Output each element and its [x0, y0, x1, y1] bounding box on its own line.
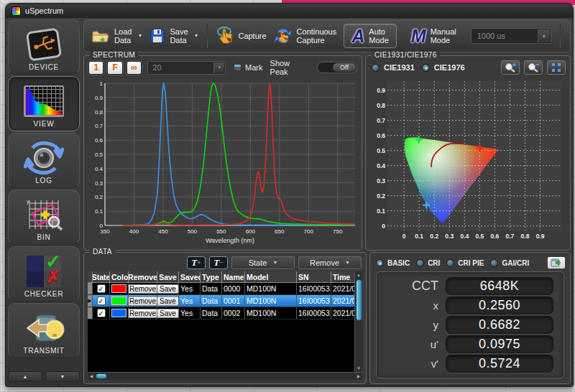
vertical-scroll-thumb[interactable] [356, 279, 362, 321]
data-table-body: ✓RemoveSaveYesData0000MD100N16I000532021… [88, 283, 355, 319]
svg-text:0.4: 0.4 [377, 162, 385, 169]
svg-text:0.2: 0.2 [95, 194, 104, 200]
row-selector [88, 307, 93, 319]
tab-cri-pie-radio[interactable] [446, 259, 454, 267]
cie-chromaticity-chart: 00.10.20.30.40.50.60.70.80.900.10.20.30.… [369, 78, 567, 247]
usb-device-icon [22, 27, 66, 62]
row-selector [88, 283, 93, 294]
state-checkbox[interactable]: ✓ [97, 309, 106, 317]
zoom-out-button[interactable] [524, 60, 543, 75]
column-header: SN [297, 271, 331, 283]
table-cell: 2021/01/28_ [331, 295, 355, 307]
state-dropdown-button[interactable]: State ▼ [231, 256, 295, 269]
save-data-button[interactable]: SaveData ▼ [150, 27, 198, 45]
table-cell: 16I00053 [297, 295, 331, 307]
scroll-down-icon[interactable]: ▼ [355, 365, 362, 372]
scroll-left-icon[interactable]: ◀ [88, 373, 95, 380]
remove-button[interactable]: Remove [129, 309, 157, 318]
sidebar-item-device[interactable]: DEVICE [8, 19, 80, 75]
title-bar[interactable]: uSpectrum [6, 4, 573, 18]
horizontal-scroll-thumb[interactable] [96, 373, 107, 379]
cie-panel-title: CIE1931/CIE1976 [372, 51, 440, 59]
sidebar-item-transmit[interactable]: TRANSMIT [8, 303, 80, 358]
table-cell: MD100N [245, 283, 297, 294]
table-cell: Save [157, 307, 179, 319]
table-cell: MD100N [245, 307, 297, 319]
continuous-capture-button[interactable]: ContinuousCapture [274, 27, 337, 45]
sidebar-item-log[interactable]: LOG [8, 133, 80, 188]
y-row: y 0.6682 [385, 316, 555, 334]
svg-text:350: 350 [100, 228, 110, 235]
average-count-select[interactable]: 20 ▼ [147, 61, 226, 75]
tab-gai-cri-radio[interactable] [490, 259, 498, 267]
data-table: State Color Remove Save Saved Type Name … [88, 271, 355, 372]
v-prime-value: 0.5724 [446, 355, 553, 373]
zoom-in-button[interactable] [501, 60, 520, 75]
table-row[interactable]: ▶✓RemoveSaveYesData0001MD100N16I00053202… [88, 295, 355, 307]
state-checkbox[interactable]: ✓ [97, 284, 106, 293]
uspectrum-window: uSpectrum DEVICE [5, 3, 574, 387]
svg-text:Wavelength (nm): Wavelength (nm) [206, 237, 254, 244]
table-cell: Remove [129, 307, 157, 319]
full-scale-button[interactable]: F [107, 61, 122, 75]
text-decrease-button[interactable]: T− [209, 256, 228, 269]
tab-basic-radio[interactable] [376, 259, 384, 267]
svg-text:0.7: 0.7 [95, 123, 104, 129]
show-peak-toggle[interactable]: Off [317, 62, 357, 73]
sidebar-item-view[interactable]: VIEW [8, 76, 80, 131]
mark-icon[interactable] [234, 64, 242, 71]
manual-mode-button[interactable]: M ManualMode [404, 24, 464, 47]
column-header: Save [157, 271, 179, 283]
remove-button[interactable]: Remove [129, 297, 157, 306]
y-value: 0.6682 [446, 316, 553, 334]
svg-text:0.4: 0.4 [460, 233, 469, 240]
zoom-out-icon [527, 62, 540, 73]
svg-text:500: 500 [188, 228, 198, 235]
tab-basic-label: BASIC [387, 259, 410, 267]
tab-cri-radio[interactable] [416, 259, 424, 267]
save-button[interactable]: Save [157, 309, 179, 318]
svg-text:0.6: 0.6 [490, 233, 499, 240]
table-cell: 16I00053 [297, 283, 331, 294]
remove-button[interactable]: Remove [129, 284, 157, 294]
table-row[interactable]: ✓RemoveSaveYesData0002MD100N16I000532021… [88, 307, 355, 319]
cie1976-radio[interactable] [422, 64, 430, 72]
state-checkbox[interactable]: ✓ [97, 297, 106, 305]
sidebar-scroll-up-button[interactable]: ▲ [8, 371, 42, 382]
column-header: Name [222, 271, 245, 283]
integration-time-select[interactable]: 1000 us ▼ [471, 28, 551, 44]
window-title: uSpectrum [25, 6, 63, 15]
mark-label: Mark [245, 63, 262, 72]
caret-up-icon: ▲ [23, 374, 28, 379]
column-header: Saved [179, 271, 201, 283]
show-peak-label: Show Peak [270, 59, 309, 76]
cie1931-radio[interactable] [372, 64, 380, 72]
export-report-button[interactable] [547, 256, 566, 269]
capture-button[interactable]: Capture [216, 27, 266, 45]
remove-dropdown-button[interactable]: Remove ▼ [298, 256, 362, 269]
vertical-scrollbar[interactable]: ▲ ▼ [354, 271, 362, 372]
sidebar-scroll-down-button[interactable]: ▼ [45, 371, 80, 382]
text-increase-button[interactable]: T+ [187, 256, 206, 269]
svg-text:0.3: 0.3 [445, 233, 454, 240]
cross-icon: ✗ [46, 267, 60, 287]
infinity-average-button[interactable]: ∞ [126, 61, 142, 75]
sidebar-item-checker[interactable]: ✓ ✗ CHECKER [8, 246, 80, 302]
save-button[interactable]: Save [157, 297, 179, 306]
scroll-right-icon[interactable]: ▶ [355, 373, 362, 380]
caret-down-icon: ▼ [272, 260, 277, 265]
column-header: Remove [129, 271, 157, 283]
scale-one-button[interactable]: 1 [88, 61, 104, 75]
svg-text:0.1: 0.1 [377, 207, 385, 215]
save-button[interactable]: Save [157, 284, 179, 294]
fit-view-button[interactable] [547, 60, 566, 75]
sidebar-item-bin[interactable]: y BIN [8, 190, 80, 245]
scroll-up-icon[interactable]: ▲ [355, 271, 362, 279]
sidebar: DEVICE VIEW LOG [8, 19, 81, 382]
x-row: x 0.2560 [385, 297, 555, 314]
spectrum-panel-title: SPECTRUM [90, 51, 138, 59]
horizontal-scrollbar[interactable]: ◀ ▶ [88, 372, 362, 380]
table-row[interactable]: ✓RemoveSaveYesData0000MD100N16I000532021… [88, 283, 355, 295]
auto-mode-button[interactable]: A AutoMode [344, 24, 397, 48]
load-data-button[interactable]: LoadData ▼ [91, 27, 142, 45]
